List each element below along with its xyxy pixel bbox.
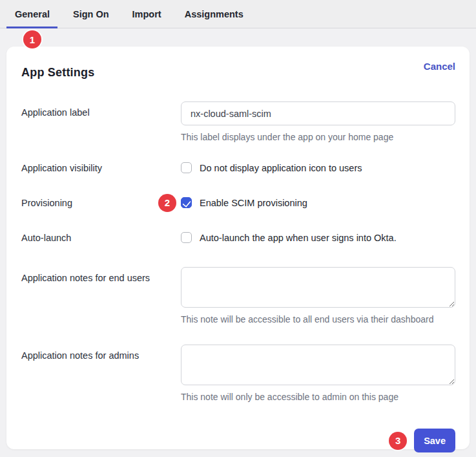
- tab-general[interactable]: General: [15, 0, 50, 28]
- provisioning-label: Provisioning: [21, 197, 181, 208]
- provisioning-checkbox-label[interactable]: Enable SCIM provisioning: [200, 198, 307, 208]
- application-label-input[interactable]: [181, 101, 455, 125]
- application-label-label: Application label: [21, 101, 181, 118]
- auto-launch-checkbox-wrap: Auto-launch the app when user signs into…: [181, 232, 455, 243]
- row-provisioning: Provisioning 2 Enable SCIM provisioning: [21, 197, 455, 208]
- tab-assignments-label: Assignments: [185, 9, 243, 19]
- annotation-badge-1: 1: [23, 30, 41, 48]
- cancel-link[interactable]: Cancel: [424, 61, 455, 72]
- app-settings-card: App Settings Cancel Application label Th…: [6, 47, 470, 449]
- tab-sign-on-label: Sign On: [73, 9, 109, 19]
- annotation-badge-2: 2: [158, 194, 176, 212]
- row-application-label: Application label This label displays un…: [21, 101, 455, 142]
- save-button[interactable]: Save: [414, 429, 455, 452]
- application-visibility-label: Application visibility: [21, 162, 181, 173]
- application-visibility-checkbox[interactable]: [181, 162, 192, 173]
- notes-admins-helper: This note will only be accessible to adm…: [181, 392, 455, 402]
- tab-assignments[interactable]: Assignments: [185, 0, 243, 28]
- application-label-control: This label displays under the app on you…: [181, 101, 455, 142]
- notes-admins-control: This note will only be accessible to adm…: [181, 345, 455, 402]
- auto-launch-checkbox[interactable]: [181, 232, 192, 243]
- row-notes-end-users: Application notes for end users This not…: [21, 267, 455, 324]
- provisioning-control: 2 Enable SCIM provisioning: [181, 197, 455, 208]
- notes-end-users-textarea[interactable]: [181, 267, 455, 308]
- provisioning-checkbox-wrap: 2 Enable SCIM provisioning: [181, 197, 455, 208]
- application-label-helper: This label displays under the app on you…: [181, 132, 455, 142]
- auto-launch-label: Auto-launch: [21, 232, 181, 243]
- annotation-badge-3: 3: [389, 432, 407, 450]
- notes-admins-textarea[interactable]: [181, 345, 455, 385]
- row-application-visibility: Application visibility Do not display ap…: [21, 162, 455, 173]
- notes-end-users-helper: This note will be accessible to all end …: [181, 314, 455, 324]
- tab-bar: General Sign On Import Assignments: [0, 0, 476, 28]
- tab-import[interactable]: Import: [132, 0, 161, 28]
- tab-sign-on[interactable]: Sign On: [73, 0, 109, 28]
- notes-end-users-control: This note will be accessible to all end …: [181, 267, 455, 324]
- row-notes-admins: Application notes for admins This note w…: [21, 345, 455, 402]
- application-visibility-checkbox-wrap: Do not display application icon to users: [181, 162, 455, 173]
- page: General Sign On Import Assignments 1 App…: [0, 0, 476, 457]
- tab-general-label: General: [15, 9, 50, 19]
- notes-end-users-label: Application notes for end users: [21, 267, 181, 283]
- auto-launch-control: Auto-launch the app when user signs into…: [181, 232, 455, 243]
- row-auto-launch: Auto-launch Auto-launch the app when use…: [21, 232, 455, 243]
- application-visibility-control: Do not display application icon to users: [181, 162, 455, 173]
- card-footer: 3 Save: [21, 429, 455, 452]
- notes-admins-label: Application notes for admins: [21, 345, 181, 361]
- application-visibility-checkbox-label[interactable]: Do not display application icon to users: [200, 163, 362, 173]
- provisioning-checkbox[interactable]: [181, 197, 192, 208]
- card-header: App Settings Cancel: [21, 61, 455, 80]
- page-title: App Settings: [21, 66, 94, 80]
- auto-launch-checkbox-label[interactable]: Auto-launch the app when user signs into…: [200, 233, 397, 243]
- tab-import-label: Import: [132, 9, 161, 19]
